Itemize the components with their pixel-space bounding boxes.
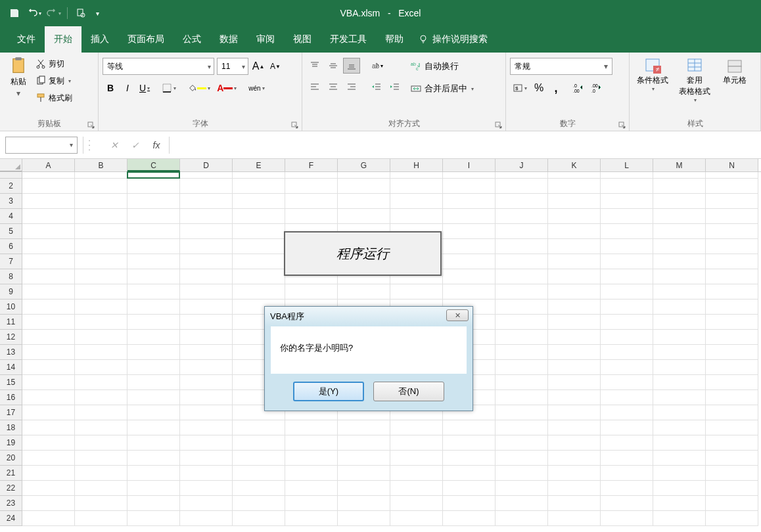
tab-help[interactable]: 帮助 — [376, 26, 413, 53]
row-header-15[interactable]: 15 — [0, 375, 22, 390]
decrease-indent-button[interactable] — [368, 79, 385, 95]
fx-icon[interactable]: fx — [148, 137, 165, 154]
formula-input[interactable] — [169, 137, 761, 154]
align-bottom-button[interactable] — [343, 58, 360, 74]
italic-button[interactable]: I — [120, 80, 135, 96]
tab-view[interactable]: 视图 — [284, 26, 321, 53]
column-header-L[interactable]: L — [601, 159, 653, 171]
tab-review[interactable]: 审阅 — [247, 26, 284, 53]
row-header-8[interactable]: 8 — [0, 269, 22, 284]
font-color-button[interactable]: A▾ — [214, 80, 239, 96]
row-header-3[interactable]: 3 — [0, 194, 22, 209]
column-header-I[interactable]: I — [443, 159, 496, 171]
font-name-combo[interactable]: 等线▾ — [103, 58, 214, 75]
row-header-5[interactable]: 5 — [0, 224, 22, 239]
wrap-text-button[interactable]: abc自动换行 — [410, 58, 474, 75]
column-header-B[interactable]: B — [75, 159, 127, 171]
column-header-E[interactable]: E — [233, 159, 285, 171]
align-center-button[interactable] — [325, 79, 342, 95]
enter-formula-icon[interactable]: ✓ — [127, 137, 144, 154]
conditional-format-button[interactable]: ≠ 条件格式▾ — [634, 56, 672, 103]
tell-me-search[interactable]: 操作说明搜索 — [418, 26, 488, 53]
increase-decimal-button[interactable]: .0.00 — [570, 80, 588, 96]
increase-font-button[interactable]: A▲ — [251, 59, 265, 74]
borders-button[interactable]: ▾ — [159, 80, 179, 96]
tab-insert[interactable]: 插入 — [81, 26, 118, 53]
tab-page-layout[interactable]: 页面布局 — [118, 26, 173, 53]
percent-button[interactable]: % — [531, 80, 547, 96]
print-preview-icon[interactable] — [72, 4, 90, 22]
row-header-9[interactable]: 9 — [0, 284, 22, 299]
paste-button[interactable]: 粘贴 ▾ — [4, 55, 33, 106]
dialog-title-bar[interactable]: VBA程序 ✕ — [265, 307, 473, 326]
orientation-button[interactable]: ab▾ — [368, 58, 385, 74]
clipboard-dialog-launcher[interactable] — [87, 120, 95, 128]
row-header-24[interactable]: 24 — [0, 511, 22, 526]
align-middle-button[interactable] — [325, 58, 342, 74]
column-header-H[interactable]: H — [390, 159, 443, 171]
decrease-decimal-button[interactable]: .00.0 — [589, 80, 606, 96]
row-header-21[interactable]: 21 — [0, 466, 22, 481]
row-header-23[interactable]: 23 — [0, 496, 22, 511]
font-size-combo[interactable]: 11▾ — [217, 58, 248, 75]
cut-button[interactable]: 剪切 — [35, 56, 72, 72]
row-header-1[interactable] — [0, 172, 22, 179]
column-header-K[interactable]: K — [548, 159, 601, 171]
copy-button[interactable]: 复制▾ — [35, 73, 72, 89]
fill-color-button[interactable]: ▾ — [185, 80, 213, 96]
save-icon[interactable] — [5, 4, 24, 22]
format-as-table-button[interactable]: 套用 表格格式▾ — [676, 56, 714, 103]
row-header-4[interactable]: 4 — [0, 209, 22, 224]
align-top-button[interactable] — [306, 58, 323, 74]
column-header-G[interactable]: G — [338, 159, 390, 171]
row-header-17[interactable]: 17 — [0, 405, 22, 420]
tab-data[interactable]: 数据 — [210, 26, 247, 53]
select-all-corner[interactable] — [0, 159, 22, 171]
column-header-A[interactable]: A — [22, 159, 75, 171]
column-header-N[interactable]: N — [706, 159, 758, 171]
column-header-M[interactable]: M — [653, 159, 706, 171]
row-header-20[interactable]: 20 — [0, 451, 22, 466]
cancel-formula-icon[interactable]: ✕ — [106, 137, 123, 154]
row-header-13[interactable]: 13 — [0, 345, 22, 360]
row-header-6[interactable]: 6 — [0, 239, 22, 254]
font-dialog-launcher[interactable] — [291, 120, 299, 128]
column-header-F[interactable]: F — [285, 159, 338, 171]
increase-indent-button[interactable] — [386, 79, 404, 95]
dialog-close-button[interactable]: ✕ — [446, 309, 469, 321]
row-header-11[interactable]: 11 — [0, 315, 22, 330]
bold-button[interactable]: B — [103, 80, 118, 96]
column-header-D[interactable]: D — [180, 159, 233, 171]
row-header-14[interactable]: 14 — [0, 360, 22, 375]
comma-button[interactable]: , — [548, 80, 564, 96]
row-header-7[interactable]: 7 — [0, 254, 22, 269]
decrease-font-button[interactable]: A▼ — [268, 59, 283, 74]
tab-developer[interactable]: 开发工具 — [321, 26, 376, 53]
accounting-format-button[interactable]: $▾ — [510, 80, 530, 96]
number-dialog-launcher[interactable] — [618, 120, 626, 128]
dialog-no-button[interactable]: 否(N) — [373, 382, 444, 401]
row-header-18[interactable]: 18 — [0, 420, 22, 435]
format-painter-button[interactable]: 格式刷 — [35, 90, 72, 106]
cells-area[interactable]: 程序运行 VBA程序 ✕ 你的名字是小明吗? 是(Y) 否(N) — [22, 172, 761, 526]
dialog-yes-button[interactable]: 是(Y) — [293, 382, 364, 401]
cell-styles-button[interactable]: 单元格 — [718, 56, 752, 103]
number-format-combo[interactable]: 常规▾ — [510, 58, 612, 75]
tab-file[interactable]: 文件 — [8, 26, 45, 53]
tab-home[interactable]: 开始 — [45, 26, 81, 53]
underline-button[interactable]: U▾ — [137, 80, 152, 96]
column-header-C[interactable]: C — [127, 159, 180, 171]
column-header-J[interactable]: J — [496, 159, 548, 171]
row-header-2[interactable]: 2 — [0, 179, 22, 194]
row-header-12[interactable]: 12 — [0, 330, 22, 345]
name-box[interactable]: ▾ — [5, 137, 78, 154]
macro-run-button[interactable]: 程序运行 — [284, 231, 442, 276]
align-left-button[interactable] — [306, 79, 323, 95]
row-header-10[interactable]: 10 — [0, 299, 22, 315]
tab-formulas[interactable]: 公式 — [173, 26, 210, 53]
row-header-16[interactable]: 16 — [0, 390, 22, 405]
qat-customize-icon[interactable]: ▾ — [91, 4, 103, 22]
phonetic-button[interactable]: wén▾ — [246, 80, 267, 96]
row-header-22[interactable]: 22 — [0, 481, 22, 496]
redo-icon[interactable]: ▾ — [45, 4, 63, 22]
